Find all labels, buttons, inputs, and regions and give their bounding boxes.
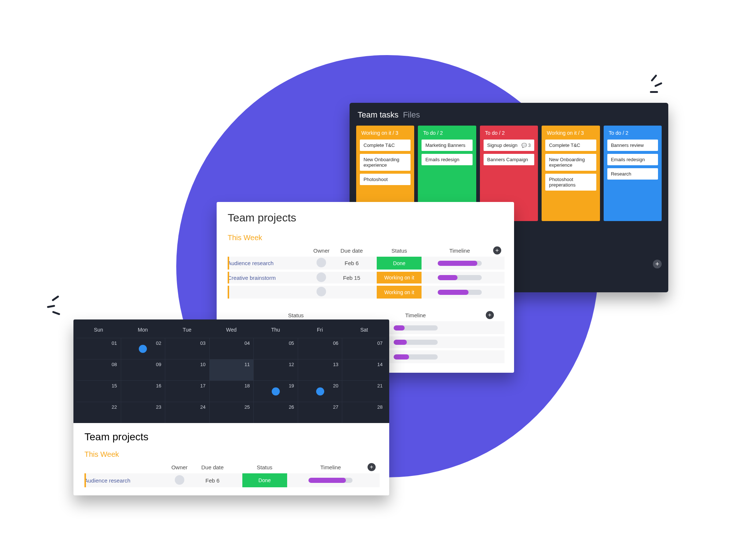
calendar-cell[interactable]: 13 [298, 359, 342, 380]
calendar-day-number: 16 [156, 383, 161, 389]
calendar-cell[interactable]: 26 [253, 402, 298, 423]
calendar-cell[interactable]: 21 [342, 380, 386, 402]
task-name[interactable] [228, 285, 308, 299]
calendar-cell[interactable]: 09 [121, 359, 165, 380]
kanban-column-title: To do / 2 [421, 129, 473, 140]
calendar-day-number: 14 [377, 362, 383, 367]
calendar-event-dot [139, 345, 147, 353]
calendar-cell[interactable]: 01 [76, 338, 121, 359]
calendar-cell[interactable]: 28 [342, 402, 386, 423]
timeline-bar[interactable] [308, 478, 352, 483]
add-column-button[interactable]: + [493, 246, 501, 254]
status-badge[interactable]: Done [377, 257, 422, 270]
calendar-cell[interactable]: 24 [165, 402, 209, 423]
calendar-cell[interactable]: 02 [121, 338, 165, 359]
status-badge[interactable]: Working on it [377, 272, 422, 283]
avatar[interactable] [317, 287, 326, 296]
kanban-card[interactable]: Emails redesign [422, 154, 472, 165]
calendar-event-dot [316, 387, 324, 395]
kanban-card[interactable]: Banners review [607, 140, 658, 151]
comment-icon[interactable]: 💬 3 [521, 143, 531, 148]
kanban-card[interactable]: New Onboarding experience [545, 154, 596, 171]
task-name[interactable]: Creative brainstorm [228, 271, 308, 285]
kanban-card[interactable]: Complete T&C [545, 140, 596, 151]
task-name[interactable]: Audience research [228, 257, 308, 271]
kanban-card[interactable]: New Onboarding experience [360, 154, 411, 171]
calendar-cell[interactable]: 16 [121, 380, 165, 402]
calendar-cell[interactable]: 17 [165, 380, 209, 402]
kanban-card[interactable]: Signup design💬 3 [484, 140, 534, 151]
calendar-cell[interactable]: 12 [253, 359, 298, 380]
timeline-bar[interactable] [438, 261, 482, 266]
calendar-cell[interactable]: 19 [253, 380, 298, 402]
timeline-bar[interactable] [394, 325, 438, 330]
calendar-cell[interactable]: 15 [76, 380, 121, 402]
calendar-cell[interactable]: 27 [298, 402, 342, 423]
kanban-column[interactable]: To do / 2Banners reviewEmails redesignRe… [604, 126, 662, 221]
avatar[interactable] [317, 272, 326, 282]
add-column-button-2[interactable]: + [486, 311, 494, 319]
table-row[interactable]: Working on it [228, 285, 505, 299]
col-timeline-b: Timeline [298, 461, 363, 473]
accent-ticks-right [650, 73, 676, 99]
calendar-day-number: 06 [333, 340, 338, 346]
calendar-cell[interactable]: 08 [76, 359, 121, 380]
calendar-day-number: 03 [200, 340, 205, 346]
calendar-cell[interactable]: 18 [209, 380, 254, 402]
page-title-2: Team projects [84, 431, 380, 443]
tab-files[interactable]: Files [403, 110, 420, 119]
calendar: SunMonTueWedThuFriSat 010203040506070809… [73, 319, 389, 423]
kanban-card[interactable]: Marketing Banners [422, 140, 472, 151]
calendar-cell[interactable]: 20 [298, 380, 342, 402]
kanban-card[interactable]: Photoshoot [360, 174, 411, 185]
due-date [335, 285, 369, 299]
calendar-day-number: 23 [156, 404, 161, 410]
add-column-button-b[interactable]: + [368, 463, 376, 471]
kanban-card[interactable]: Photoshoot preperations [545, 174, 596, 191]
kanban-tab-bar: Team tasks Files [358, 110, 660, 120]
kanban-card[interactable]: Emails redesign [607, 154, 658, 165]
calendar-cell[interactable]: 14 [342, 359, 386, 380]
section-this-week-2: This Week [84, 450, 380, 459]
calendar-cell[interactable]: 05 [253, 338, 298, 359]
calendar-cell[interactable]: 06 [298, 338, 342, 359]
calendar-cell[interactable]: 11 [209, 359, 254, 380]
table-row[interactable]: Creative brainstormFeb 15Working on it [228, 271, 505, 285]
timeline-bar[interactable] [394, 354, 438, 360]
kanban-card[interactable]: Complete T&C [360, 140, 411, 151]
avatar[interactable] [317, 258, 326, 267]
table-row[interactable]: Audience researchFeb 6Done [228, 257, 505, 271]
calendar-cell[interactable]: 22 [76, 402, 121, 423]
tab-team-tasks[interactable]: Team tasks [358, 110, 398, 119]
calendar-cell[interactable]: 25 [209, 402, 254, 423]
calendar-cell[interactable]: 10 [165, 359, 209, 380]
calendar-day-number: 04 [245, 340, 250, 346]
projects-table-bottom: Owner Due date Status Timeline + Audienc… [84, 461, 380, 487]
calendar-day-number: 19 [289, 383, 294, 389]
status-badge[interactable]: Working on it [377, 286, 422, 299]
status-badge[interactable]: Done [242, 473, 287, 487]
accent-ticks-left [37, 294, 62, 319]
timeline-bar[interactable] [394, 340, 438, 345]
calendar-day-number: 21 [377, 383, 383, 389]
kanban-card[interactable]: Banners Campaign [484, 154, 534, 165]
calendar-cell[interactable]: 23 [121, 402, 165, 423]
calendar-cell[interactable]: 07 [342, 338, 386, 359]
calendar-cell[interactable]: 03 [165, 338, 209, 359]
calendar-day-number: 12 [289, 362, 294, 367]
timeline-bar[interactable] [438, 290, 482, 295]
timeline-bar[interactable] [438, 275, 482, 280]
task-name[interactable]: Audience research [84, 473, 165, 487]
calendar-day-number: 07 [377, 340, 383, 346]
calendar-projects-window: SunMonTueWedThuFriSat 010203040506070809… [73, 319, 389, 495]
avatar[interactable] [175, 475, 184, 485]
calendar-day-header: Wed [209, 323, 254, 338]
table-row[interactable]: Audience researchFeb 6Done [84, 473, 380, 487]
calendar-day-number: 25 [245, 404, 250, 410]
calendar-cell[interactable]: 04 [209, 338, 254, 359]
calendar-day-number: 08 [112, 362, 117, 367]
summary-add-button[interactable]: + [653, 260, 662, 268]
col-status-b: Status [231, 461, 298, 473]
kanban-column[interactable]: Working on it / 3Complete T&CNew Onboard… [542, 126, 600, 221]
kanban-card[interactable]: Research [607, 168, 658, 180]
